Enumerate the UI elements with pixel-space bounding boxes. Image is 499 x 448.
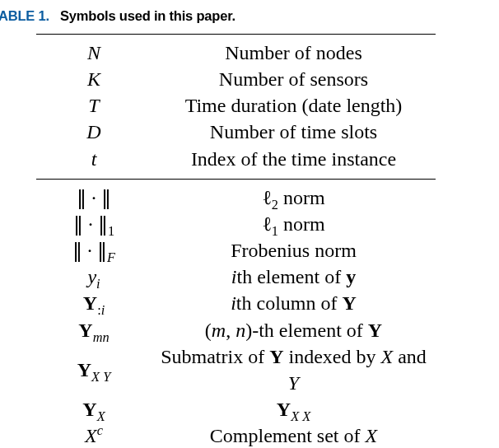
description-cell: ith column of Y <box>152 290 436 316</box>
symbol-cell: yi <box>36 264 152 290</box>
symbol-cell: ‖ · ‖F <box>36 237 152 264</box>
symbol-cell: T <box>36 92 152 119</box>
table-row: ‖ · ‖1ℓ1 norm <box>36 211 436 237</box>
symbol-cell: ‖ · ‖1 <box>36 211 152 237</box>
symbol-cell: t <box>36 146 152 180</box>
description-cell: YX X <box>152 396 436 422</box>
caption-text: Symbols used in this paper. <box>60 8 236 23</box>
description-cell: (m, n)-th element of Y <box>152 317 436 343</box>
symbol-cell: D <box>36 119 152 145</box>
table-caption: ABLE 1. Symbols used in this paper. <box>0 8 483 24</box>
symbol-cell: Ymn <box>36 317 152 343</box>
description-cell: Number of sensors <box>152 66 436 92</box>
table-row: Ymn(m, n)-th element of Y <box>36 317 436 343</box>
table-row: ‖ · ‖ℓ2 norm <box>36 179 436 211</box>
table-row: XcComplement set of X <box>36 422 436 448</box>
table-group-1: NNumber of nodes KNumber of sensors TTim… <box>36 35 436 180</box>
symbol-cell: N <box>36 35 152 67</box>
symbol-cell: K <box>36 66 152 92</box>
table-row: NNumber of nodes <box>36 35 436 67</box>
table-row: TTime duration (date length) <box>36 92 436 119</box>
caption-label: ABLE 1. <box>0 8 49 23</box>
description-cell: Complement set of X <box>152 422 436 448</box>
description-cell: Number of time slots <box>152 119 436 145</box>
description-cell: ith element of y <box>152 264 436 290</box>
table-row: YXYX X <box>36 396 436 422</box>
symbol-cell: Y:i <box>36 290 152 316</box>
table-row: YX YSubmatrix of Y indexed by X and Y <box>36 343 436 396</box>
description-cell: Frobenius norm <box>152 237 436 264</box>
symbol-cell: ‖ · ‖ <box>36 179 152 211</box>
symbol-cell: Xc <box>36 422 152 448</box>
description-cell: Index of the time instance <box>152 146 436 180</box>
symbols-table: NNumber of nodes KNumber of sensors TTim… <box>36 34 436 448</box>
table-row: DNumber of time slots <box>36 119 436 145</box>
table-row: ‖ · ‖FFrobenius norm <box>36 237 436 264</box>
table-row: yiith element of y <box>36 264 436 290</box>
symbol-cell: YX <box>36 396 152 422</box>
description-cell: Submatrix of Y indexed by X and Y <box>152 343 436 396</box>
table-row: Y:iith column of Y <box>36 290 436 316</box>
description-cell: Number of nodes <box>152 35 436 67</box>
description-cell: ℓ2 norm <box>152 179 436 211</box>
description-cell: Time duration (date length) <box>152 92 436 119</box>
symbol-cell: YX Y <box>36 343 152 396</box>
table-group-2: ‖ · ‖ℓ2 norm ‖ · ‖1ℓ1 norm ‖ · ‖FFrobeni… <box>36 179 436 448</box>
description-cell: ℓ1 norm <box>152 211 436 237</box>
table-row: KNumber of sensors <box>36 66 436 92</box>
table-row: tIndex of the time instance <box>36 146 436 180</box>
